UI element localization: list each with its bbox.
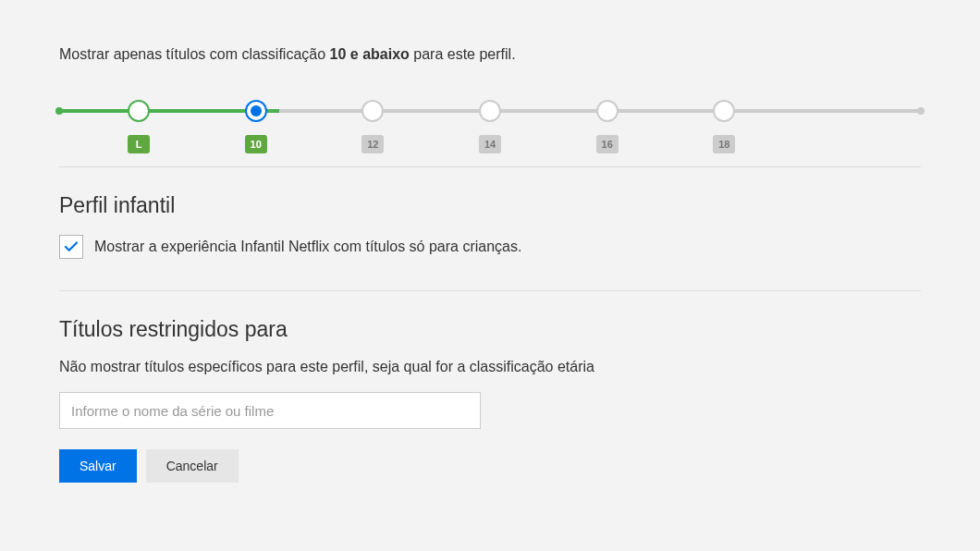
kids-profile-checkbox-label: Mostrar a experiência Infantil Netflix c… [94,239,521,255]
slider-label-18: 18 [713,135,735,153]
restricted-titles-input[interactable] [59,392,481,429]
maturity-desc-prefix: Mostrar apenas títulos com classificação [59,46,330,62]
slider-label-12: 12 [361,135,384,153]
kids-profile-title: Perfil infantil [59,193,921,218]
maturity-slider[interactable]: L 10 12 14 16 18 [59,100,921,135]
slider-label-10: 10 [245,135,267,153]
save-button[interactable]: Salvar [59,449,137,483]
check-icon [63,239,80,255]
maturity-description: Mostrar apenas títulos com classificação… [59,46,921,63]
divider [59,166,921,167]
slider-node-L[interactable] [128,100,150,122]
slider-node-12[interactable] [361,100,384,122]
restricted-titles-description: Não mostrar títulos específicos para est… [59,359,921,375]
slider-label-L: L [128,135,150,153]
slider-node-10[interactable] [245,100,267,122]
maturity-desc-bold: 10 e abaixo [330,46,410,62]
slider-node-14[interactable] [479,100,501,122]
slider-node-18[interactable] [713,100,735,122]
slider-label-16: 16 [596,135,619,153]
divider [59,290,921,291]
cancel-button[interactable]: Cancelar [146,449,239,483]
slider-node-16[interactable] [596,100,619,122]
kids-profile-checkbox[interactable] [59,235,83,259]
restricted-titles-title: Títulos restringidos para [59,317,921,342]
maturity-desc-suffix: para este perfil. [410,46,516,62]
slider-label-14: 14 [479,135,501,153]
